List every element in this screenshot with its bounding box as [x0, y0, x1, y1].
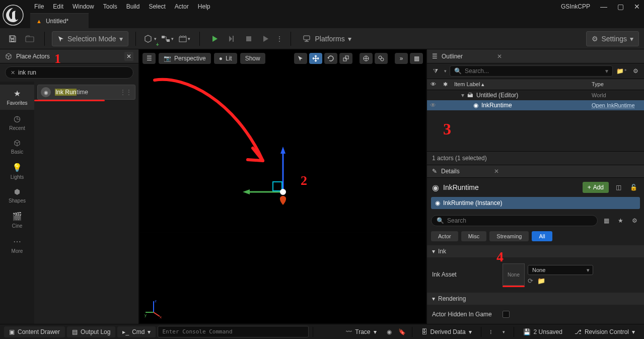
outliner-tab[interactable]: ☰ Outliner ✕ — [427, 49, 644, 63]
filter-misc[interactable]: Misc — [461, 231, 487, 241]
details-search[interactable]: 🔍 — [431, 215, 598, 226]
minimize-button[interactable]: — — [600, 3, 607, 11]
select-tool-button[interactable] — [294, 53, 307, 64]
blueprint-edit-button[interactable]: ◫ — [613, 182, 624, 193]
save-button[interactable] — [5, 31, 20, 46]
scale-tool-button[interactable] — [339, 53, 352, 64]
derived-data-dropdown[interactable]: 🗄 Derived Data ▾ — [416, 326, 477, 337]
menu-build[interactable]: Build — [126, 3, 140, 10]
type-col[interactable]: Type — [589, 79, 644, 90]
category-basic[interactable]: Basic — [0, 135, 34, 159]
console-command-input[interactable] — [158, 326, 309, 337]
menu-window[interactable]: Window — [73, 3, 94, 10]
viewport-overflow-button[interactable]: » — [395, 53, 408, 64]
viewport-menu-button[interactable]: ☰ — [142, 53, 156, 64]
live-coding-button[interactable]: ⫶ — [485, 326, 496, 337]
snap-angle-button[interactable] — [375, 53, 388, 64]
menu-select[interactable]: Select — [149, 3, 165, 10]
cinematics-button[interactable]: ▾ — [177, 31, 192, 46]
category-recent[interactable]: ◷Recent — [0, 110, 34, 135]
place-actors-tab[interactable]: Place Actors ✕ 1 — [0, 49, 138, 63]
platforms-dropdown[interactable]: Platforms ▾ — [298, 31, 356, 46]
level-tab[interactable]: ▲ Untitled* — [30, 13, 89, 28]
output-log-button[interactable]: ▤ Output Log — [67, 326, 115, 337]
filter-button[interactable]: ⧩ — [430, 65, 441, 77]
close-tab-button[interactable]: ✕ — [124, 52, 133, 61]
category-cine[interactable]: 🎬Cine — [0, 208, 34, 233]
category-more[interactable]: ⋯More — [0, 233, 34, 258]
section-ink-header[interactable]: ▾ Ink — [427, 245, 644, 257]
menu-actor[interactable]: Actor — [175, 3, 189, 10]
trace-dropdown[interactable]: 〰 Trace ▾ — [341, 326, 381, 337]
category-favorites[interactable]: ★Favorites — [0, 85, 34, 110]
category-lights[interactable]: 💡Lights — [0, 159, 34, 184]
viewport-maximize-button[interactable]: ▦ — [410, 53, 423, 64]
close-tab-button[interactable]: ✕ — [494, 168, 499, 175]
blueprint-button[interactable]: ▾ — [160, 31, 175, 46]
favorite-button[interactable]: ★ — [615, 215, 626, 226]
transform-gizmo[interactable] — [238, 142, 328, 232]
outliner-settings-button[interactable]: ⚙ — [630, 65, 641, 77]
menu-tools[interactable]: Tools — [103, 3, 117, 10]
pin-col-icon[interactable]: ✱ — [439, 79, 451, 90]
component-row[interactable]: ◉ InkRuntime (Instance) — [431, 197, 640, 209]
item-label-col[interactable]: Item Label ▴ — [451, 79, 589, 90]
eject-button[interactable] — [258, 31, 273, 46]
place-actors-search-input[interactable] — [18, 69, 128, 76]
revision-control-dropdown[interactable]: ⎇ Revision Control ▾ — [569, 326, 640, 337]
close-button[interactable]: ✕ — [634, 3, 640, 11]
rotate-tool-button[interactable] — [324, 53, 337, 64]
outliner-row-inkruntime[interactable]: 👁 ◉InkRuntime Open InkRuntime — [427, 100, 644, 110]
details-search-input[interactable] — [447, 217, 592, 224]
filter-actor[interactable]: Actor — [431, 231, 458, 241]
place-actors-search[interactable]: ✕ — [5, 66, 133, 79]
skip-button[interactable] — [224, 31, 239, 46]
filter-streaming[interactable]: Streaming — [489, 231, 529, 241]
outliner-row-world[interactable]: ▾🏔Untitled (Editor) World — [427, 90, 644, 100]
visibility-toggle[interactable]: 👁 — [427, 102, 439, 109]
snap-grid-button[interactable] — [360, 53, 373, 64]
lock-button[interactable]: 🔓 — [628, 182, 639, 193]
viewport-show-dropdown[interactable]: Show — [240, 53, 265, 64]
close-tab-button[interactable]: ✕ — [497, 53, 502, 60]
outliner-search[interactable]: 🔍 ▾ — [450, 65, 613, 77]
browse-button[interactable] — [22, 31, 37, 46]
live-coding-chevron[interactable]: ▾ — [498, 326, 510, 337]
viewport-lit-dropdown[interactable]: ● Lit — [214, 53, 237, 64]
menu-help[interactable]: Help — [198, 3, 210, 10]
grid-view-button[interactable]: ▦ — [601, 215, 612, 226]
menu-edit[interactable]: Edit — [53, 3, 63, 10]
play-button[interactable] — [207, 31, 222, 46]
stop-button[interactable] — [241, 31, 256, 46]
viewport-perspective-dropdown[interactable]: 📷 Perspective — [159, 53, 211, 64]
filter-all[interactable]: All — [532, 231, 552, 241]
selection-mode-dropdown[interactable]: Selection Mode ▾ — [52, 31, 128, 46]
add-component-button[interactable]: + Add — [583, 182, 609, 193]
actor-result-inkruntime[interactable]: ◉ Ink Runtime ⋮⋮ — [37, 85, 135, 100]
category-shapes[interactable]: Shapes — [0, 184, 34, 208]
details-settings-button[interactable]: ⚙ — [629, 215, 640, 226]
details-tab[interactable]: ✎ Details ✕ — [427, 165, 644, 178]
actor-hidden-checkbox[interactable] — [503, 311, 510, 318]
add-content-button[interactable]: + ▾ — [143, 31, 158, 46]
browse-asset-icon[interactable]: 📁 — [537, 277, 545, 285]
cmd-dropdown[interactable]: ▸_ Cmd ▾ — [117, 326, 156, 337]
trace-bookmark-button[interactable]: 🔖 — [397, 326, 408, 337]
expand-icon[interactable]: ▾ — [461, 92, 464, 99]
asset-dropdown[interactable]: None — [528, 265, 593, 275]
new-folder-button[interactable]: 📁⁺ — [616, 65, 627, 77]
asset-thumbnail[interactable]: None — [503, 263, 525, 286]
settings-dropdown[interactable]: ⚙ Settings ▾ — [586, 31, 639, 46]
menu-file[interactable]: File — [34, 3, 44, 10]
viewport[interactable]: ☰ 📷 Perspective ● Lit Show » — [139, 49, 426, 324]
visibility-col-icon[interactable]: 👁 — [427, 79, 439, 90]
unsaved-button[interactable]: 💾 2 Unsaved — [518, 326, 567, 337]
translate-tool-button[interactable] — [309, 53, 322, 64]
outliner-search-input[interactable] — [465, 67, 602, 75]
content-drawer-button[interactable]: ▣ Content Drawer — [4, 326, 65, 337]
clear-search-icon[interactable]: ✕ — [11, 70, 15, 76]
play-options-button[interactable]: ⋮ — [275, 31, 283, 46]
maximize-button[interactable]: ▢ — [617, 3, 624, 11]
section-rendering-header[interactable]: ▾ Rendering — [427, 293, 644, 305]
trace-record-button[interactable]: ◉ — [384, 326, 395, 337]
